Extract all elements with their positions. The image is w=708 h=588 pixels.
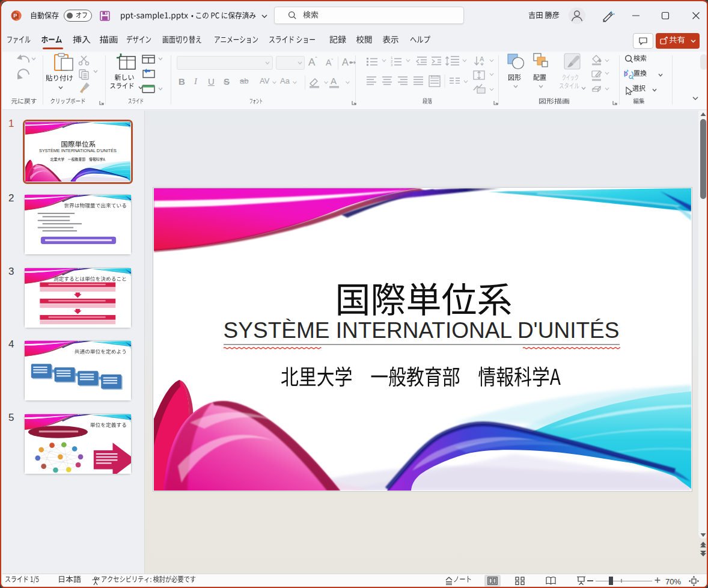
- svg-text:A: A: [480, 55, 484, 63]
- svg-text:P: P: [13, 13, 17, 19]
- svg-text:3: 3: [391, 63, 393, 67]
- svg-text:A: A: [331, 76, 337, 86]
- svg-text:SYSTÈME INTERNATIONAL D'UNITÉS: SYSTÈME INTERNATIONAL D'UNITÉS: [39, 148, 117, 153]
- svg-text:c: c: [629, 73, 632, 80]
